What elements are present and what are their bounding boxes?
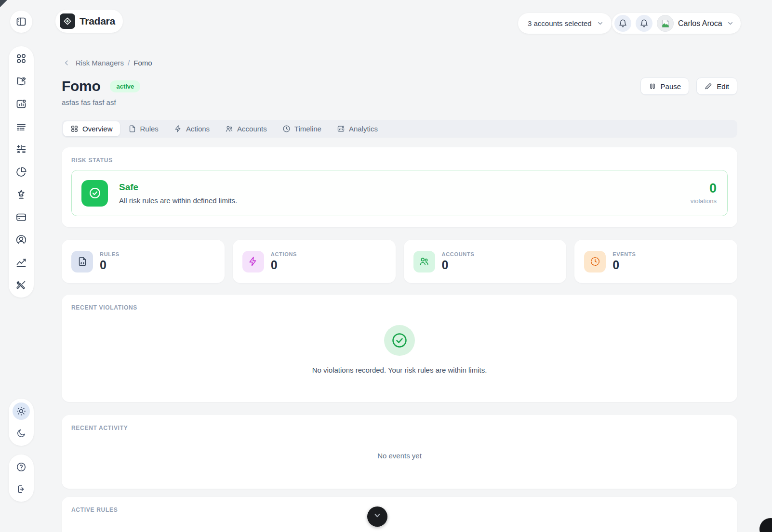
chevron-down-icon (727, 20, 734, 27)
edit-button-label: Edit (717, 82, 729, 91)
bell-icon (639, 19, 649, 28)
theme-switcher (9, 399, 34, 446)
sidebar-item-tools[interactable] (14, 278, 28, 292)
sun-icon (16, 406, 27, 416)
app-logo[interactable]: Tradara (55, 10, 123, 33)
zap-icon (174, 125, 182, 133)
help-icon (16, 462, 27, 472)
recent-activity-card: RECENT ACTIVITY No events yet (62, 415, 737, 489)
user-menu[interactable]: Carlos Aroca (612, 13, 741, 34)
logout-icon (16, 484, 27, 494)
violations-count: 0 (691, 182, 717, 195)
breadcrumb-current: Fomo (133, 59, 152, 67)
stat-label: RULES (100, 251, 120, 257)
sidebar-item-reports[interactable] (14, 97, 28, 111)
stat-value: 0 (271, 259, 297, 272)
sidebar-item-awards[interactable] (14, 188, 28, 201)
sidebar-item-performance[interactable] (14, 256, 28, 269)
stats-row: RULES 0 ACTIONS 0 ACCOUNTS 0 (62, 240, 737, 283)
section-label: ACTIVE RULES (71, 506, 728, 513)
credit-card-icon (15, 211, 27, 223)
stat-card-rules: RULES 0 (62, 240, 225, 283)
sidebar-item-calculations[interactable] (14, 143, 28, 156)
panel-left-icon (15, 16, 27, 27)
violations-count-wrap: 0 violations (691, 182, 717, 205)
section-label: RECENT VIOLATIONS (71, 304, 728, 311)
accounts-selector-label: 3 accounts selected (528, 19, 592, 27)
activity-empty-message: No events yet (71, 431, 728, 480)
stat-value: 0 (442, 259, 475, 272)
recent-violations-card: RECENT VIOLATIONS No violations recorded… (62, 295, 737, 402)
tab-label: Timeline (294, 125, 321, 133)
risk-status-card: RISK STATUS Safe All risk rules are with… (62, 147, 737, 227)
grid-icon (70, 125, 79, 133)
section-label: RISK STATUS (71, 157, 728, 164)
logout-button[interactable] (13, 480, 30, 498)
corner-widget[interactable] (759, 518, 772, 532)
light-theme-button[interactable] (13, 402, 30, 420)
chevron-down-icon (597, 20, 604, 27)
pause-icon (649, 82, 656, 90)
violations-empty-message: No violations recorded. Your risk rules … (312, 366, 487, 374)
violations-empty-state: No violations recorded. Your risk rules … (71, 311, 728, 388)
tab-timeline[interactable]: Timeline (275, 121, 329, 136)
tab-label: Actions (186, 125, 210, 133)
users-icon (413, 251, 435, 272)
pause-button[interactable]: Pause (640, 78, 690, 95)
award-icon (15, 189, 27, 200)
stat-card-actions: ACTIONS 0 (233, 240, 396, 283)
title-row: Fomo active Pause Edit (62, 76, 737, 96)
user-circle-icon (15, 234, 27, 246)
tab-accounts[interactable]: Accounts (218, 121, 274, 136)
stat-card-events: EVENTS 0 (574, 240, 737, 283)
tab-label: Accounts (237, 125, 267, 133)
sidebar-item-dashboard[interactable] (14, 52, 28, 65)
avatar[interactable] (657, 15, 674, 32)
footer-rail (9, 454, 34, 502)
chart-report-icon (15, 98, 27, 110)
bell-icon (618, 19, 627, 28)
tab-actions[interactable]: Actions (167, 121, 217, 136)
moon-icon (16, 428, 27, 439)
breadcrumb-parent-link[interactable]: Risk Managers (76, 59, 124, 67)
breadcrumb-back-button[interactable] (62, 59, 72, 67)
notifications-button[interactable] (614, 15, 631, 32)
file-code-icon (71, 251, 93, 272)
accounts-selector[interactable]: 3 accounts selected (518, 13, 612, 34)
tab-overview[interactable]: Overview (63, 121, 120, 136)
chart-icon (337, 125, 345, 133)
app-name: Tradara (80, 15, 115, 27)
brand-mark-icon (60, 13, 75, 29)
sidebar-item-journal[interactable] (14, 75, 28, 88)
tab-label: Rules (140, 125, 159, 133)
chevron-left-icon (63, 59, 71, 67)
tab-rules[interactable]: Rules (121, 121, 166, 136)
clock-icon (282, 125, 291, 133)
stat-label: ACTIONS (271, 251, 297, 257)
alerts-button[interactable] (636, 15, 652, 32)
sidebar-item-rows[interactable] (14, 120, 28, 133)
tab-label: Analytics (349, 125, 378, 133)
pause-button-label: Pause (661, 82, 681, 91)
check-circle-icon (384, 325, 415, 356)
chevron-down-icon (373, 511, 382, 520)
scroll-down-button[interactable] (367, 506, 387, 527)
edit-button[interactable]: Edit (696, 78, 737, 95)
status-badge: active (110, 80, 140, 92)
stat-card-accounts: ACCOUNTS 0 (404, 240, 567, 283)
section-label: RECENT ACTIVITY (71, 425, 728, 431)
rows-icon (15, 121, 27, 132)
pie-chart-icon (15, 166, 27, 178)
sidebar-item-allocation[interactable] (14, 165, 28, 179)
pencil-icon (705, 82, 712, 90)
sidebar-item-billing[interactable] (14, 210, 28, 224)
tab-analytics[interactable]: Analytics (330, 121, 385, 136)
sidebar-toggle-button[interactable] (10, 11, 32, 33)
dark-theme-button[interactable] (13, 425, 30, 442)
tools-icon (15, 279, 27, 291)
help-button[interactable] (13, 458, 30, 476)
sidebar-item-profile[interactable] (14, 233, 28, 247)
corner-artifact (0, 0, 7, 7)
file-icon (128, 125, 136, 133)
risk-texts: Safe All risk rules are within defined l… (119, 182, 237, 205)
